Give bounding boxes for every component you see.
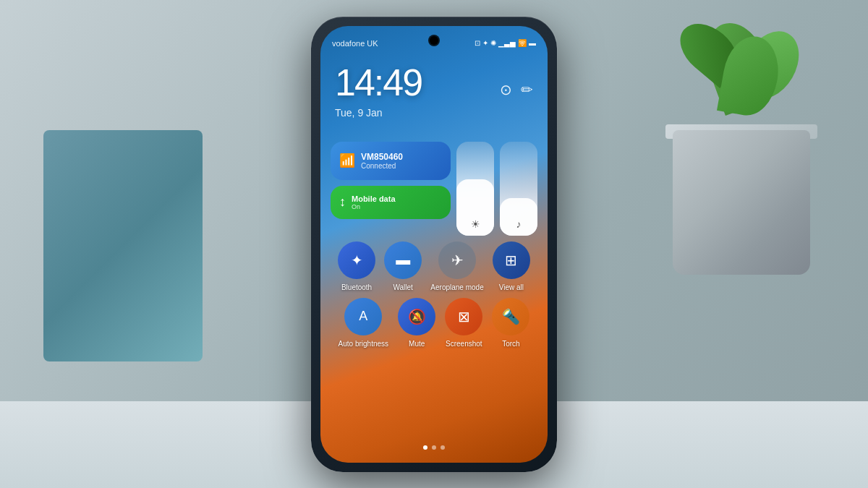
- brightness-icon: ☀: [471, 218, 480, 230]
- phone: vodafone UK ⊡ ✦ ✺ ▁▃▅ 🛜 ▬ 14:49 Tue, 9 J…: [311, 17, 557, 472]
- bluetooth-label: Bluetooth: [341, 283, 372, 292]
- screenshot-button[interactable]: ⊠ Screenshot: [445, 298, 482, 348]
- signal-icon: ▁▃▅: [498, 39, 516, 47]
- scene: vodafone UK ⊡ ✦ ✺ ▁▃▅ 🛜 ▬ 14:49 Tue, 9 J…: [0, 0, 868, 488]
- viewall-icon: ⊞: [505, 252, 517, 269]
- phone-screen: vodafone UK ⊡ ✦ ✺ ▁▃▅ 🛜 ▬ 14:49 Tue, 9 J…: [320, 26, 548, 463]
- torch-icon: 🔦: [502, 308, 520, 325]
- volume-icon: ♪: [516, 218, 522, 230]
- viewall-circle: ⊞: [493, 241, 530, 279]
- viewall-label: View all: [499, 283, 524, 292]
- torch-circle: 🔦: [492, 298, 529, 335]
- torch-label: Torch: [502, 340, 519, 348]
- sync-icon: ✺: [490, 39, 496, 47]
- bluetooth-status-icon: ✦: [482, 39, 488, 47]
- screenshot-circle: ⊠: [445, 298, 482, 335]
- date-display: Tue, 9 Jan: [335, 107, 422, 119]
- dot-2: [432, 445, 436, 450]
- wifi-status: Connected: [361, 162, 403, 170]
- main-tiles: 📶 VM850460 Connected ↕ Mobile: [331, 142, 537, 236]
- mobile-data-tile[interactable]: ↕ Mobile data On: [331, 186, 451, 219]
- bluetooth-button[interactable]: ✦ Bluetooth: [338, 241, 375, 292]
- carrier-label: vodafone UK: [332, 39, 378, 48]
- mute-label: Mute: [409, 340, 425, 348]
- viewall-button[interactable]: ⊞ View all: [493, 241, 530, 292]
- aeroplane-icon: ✈: [451, 252, 464, 269]
- mute-button[interactable]: 🔕 Mute: [398, 298, 435, 348]
- connectivity-col: 📶 VM850460 Connected ↕ Mobile: [331, 142, 451, 236]
- screenshot-label: Screenshot: [446, 340, 482, 348]
- pot-cylinder: [673, 130, 810, 275]
- volume-slider[interactable]: ♪: [500, 142, 537, 236]
- dot-3: [441, 445, 445, 450]
- brightness-slider[interactable]: ☀: [456, 142, 494, 236]
- aeroplane-label: Aeroplane mode: [430, 283, 483, 292]
- wifi-name: VM850460: [361, 152, 403, 162]
- screenshot-icon: ⊠: [458, 308, 470, 325]
- mute-circle: 🔕: [398, 298, 435, 335]
- wallet-button[interactable]: ▬ Wallet: [384, 241, 422, 292]
- battery-icon: ▬: [529, 39, 536, 47]
- mobile-data-name: Mobile data: [352, 194, 396, 203]
- autobrightness-label: Auto brightness: [339, 340, 389, 348]
- wallet-circle: ▬: [384, 241, 422, 279]
- wifi-status-icon: 🛜: [518, 39, 527, 47]
- aeroplane-circle: ✈: [438, 241, 476, 279]
- sliders-col: ☀ ♪: [456, 142, 537, 236]
- mobile-data-status: On: [352, 203, 396, 210]
- nfc-icon: ⊡: [475, 39, 480, 47]
- autobrightness-circle: A: [344, 298, 382, 335]
- bluetooth-circle: ✦: [338, 241, 375, 279]
- dot-1: [423, 445, 427, 450]
- bluetooth-btn-icon: ✦: [351, 252, 363, 269]
- quick-tiles: 📶 VM850460 Connected ↕ Mobile: [331, 142, 537, 348]
- bg-box: [43, 130, 203, 361]
- autobrightness-button[interactable]: A Auto brightness: [339, 298, 389, 348]
- volume-fill: [500, 198, 537, 236]
- time-display: 14:49: [335, 61, 422, 104]
- wallet-icon: ▬: [396, 252, 410, 268]
- status-icons: ⊡ ✦ ✺ ▁▃▅ 🛜 ▬: [475, 39, 536, 47]
- wifi-icon: 📶: [339, 153, 355, 168]
- settings-ring-icon[interactable]: ⊙: [500, 81, 512, 98]
- mobile-data-icon: ↕: [339, 194, 346, 210]
- time-section: 14:49 Tue, 9 Jan ⊙ ✏: [335, 61, 533, 119]
- torch-button[interactable]: 🔦 Torch: [492, 298, 529, 348]
- wallet-label: Wallet: [393, 283, 412, 292]
- page-dots: [423, 445, 445, 450]
- edit-icon[interactable]: ✏: [521, 81, 533, 98]
- quick-buttons-row2: A Auto brightness 🔕 Mute ⊠: [331, 298, 537, 348]
- autobrightness-icon: A: [359, 309, 367, 324]
- aeroplane-button[interactable]: ✈ Aeroplane mode: [430, 241, 483, 292]
- plant: [651, 14, 839, 318]
- quick-buttons-row1: ✦ Bluetooth ▬ Wallet ✈ Aero: [331, 241, 537, 292]
- wifi-tile[interactable]: 📶 VM850460 Connected: [331, 142, 451, 180]
- mute-icon: 🔕: [408, 308, 426, 325]
- time-actions: ⊙ ✏: [500, 81, 533, 98]
- time-date-group: 14:49 Tue, 9 Jan: [335, 61, 422, 119]
- camera-hole: [430, 36, 438, 45]
